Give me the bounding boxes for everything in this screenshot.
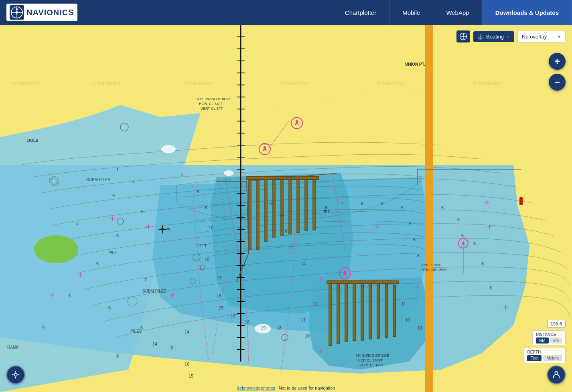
nav-chartplotter[interactable]: Chartplotter <box>332 0 389 25</box>
km-button[interactable]: km <box>550 337 562 344</box>
layer-chevron: ▼ <box>506 34 510 39</box>
svg-text:VERT CL 13FT: VERT CL 13FT <box>359 363 384 367</box>
svg-rect-11 <box>265 177 267 241</box>
map-container[interactable]: 1 4 6 6 4 6 5 7 3 6 6 14 8 2 8 8 10 17FT… <box>0 25 572 392</box>
svg-text:6: 6 <box>361 201 363 206</box>
svg-text:8: 8 <box>489 285 492 290</box>
svg-text:UNION PT.: UNION PT. <box>405 62 425 67</box>
svg-text:9: 9 <box>281 213 283 218</box>
svg-rect-20 <box>329 281 331 346</box>
svg-text:4: 4 <box>76 221 79 226</box>
map-svg: 1 4 6 6 4 6 5 7 3 6 6 14 8 2 8 8 10 17FT… <box>0 25 572 392</box>
svg-text:PA: PA <box>165 227 170 232</box>
distance-title: DISTANCE <box>536 332 562 337</box>
svg-text:6: 6 <box>381 201 383 206</box>
svg-text:16: 16 <box>185 362 189 366</box>
svg-rect-170 <box>519 197 523 205</box>
navbar: NAVIONICS Chartplotter Mobile WebApp Dow… <box>0 0 572 25</box>
svg-text:10: 10 <box>305 333 310 338</box>
svg-text:18: 18 <box>277 325 282 330</box>
svg-text:5: 5 <box>409 221 412 226</box>
svg-text:CABLE AND: CABLE AND <box>421 263 442 267</box>
svg-text:9: 9 <box>285 229 287 234</box>
svg-point-66 <box>264 146 266 149</box>
svg-text:8: 8 <box>205 205 207 210</box>
layer-selector[interactable]: ⚓ Boating ▼ <box>473 31 514 42</box>
svg-rect-60 <box>425 25 432 392</box>
meters-button[interactable]: Meters <box>543 355 562 361</box>
svg-rect-13 <box>281 177 283 235</box>
map-brand-icon <box>456 30 470 42</box>
svg-point-63 <box>224 170 233 176</box>
svg-text:VERT CL 5FT: VERT CL 5FT <box>201 107 223 111</box>
logo-box[interactable]: NAVIONICS <box>6 4 77 21</box>
svg-rect-21 <box>337 281 339 344</box>
svg-text:14: 14 <box>301 261 306 266</box>
svg-text:PILE: PILE <box>108 251 117 255</box>
svg-text:8: 8 <box>170 346 173 350</box>
svg-text:10: 10 <box>209 225 213 230</box>
navionics-logo-icon <box>10 5 24 20</box>
svg-rect-25 <box>369 283 371 339</box>
svg-rect-17 <box>313 179 315 230</box>
svg-text:13: 13 <box>217 275 221 280</box>
svg-text:SUBM PILES: SUBM PILES <box>86 178 110 182</box>
svg-rect-24 <box>361 282 363 340</box>
svg-point-61 <box>34 235 78 263</box>
svg-text:19: 19 <box>261 325 266 330</box>
svg-point-206 <box>555 372 558 374</box>
location-button[interactable] <box>6 366 25 384</box>
overlay-label: No overlay <box>522 34 547 40</box>
svg-text:17FT: 17FT <box>197 243 207 248</box>
svg-point-201 <box>14 373 17 376</box>
svg-text:6: 6 <box>116 233 119 238</box>
svg-text:+: + <box>127 297 129 301</box>
depth-title: DEPTH <box>527 350 562 354</box>
svg-rect-10 <box>257 177 259 249</box>
svg-rect-23 <box>353 281 355 341</box>
scale-bar: 198 ft <box>547 320 566 328</box>
nav-downloads[interactable]: Downloads & Updates <box>483 0 572 25</box>
svg-rect-22 <box>345 281 347 341</box>
nav-webapp[interactable]: WebApp <box>433 0 482 25</box>
svg-text:8: 8 <box>417 253 420 258</box>
person-button[interactable] <box>547 366 566 384</box>
svg-text:8: 8 <box>481 261 484 266</box>
nm-button[interactable]: NM <box>536 337 549 344</box>
svg-text:6: 6 <box>108 305 111 310</box>
svg-rect-26 <box>377 284 379 338</box>
svg-text:8: 8 <box>197 189 199 194</box>
svg-text:SUBM PILES: SUBM PILES <box>142 289 166 293</box>
svg-text:6: 6 <box>413 237 416 242</box>
svg-rect-15 <box>297 179 299 233</box>
bottom-right-controls: 198 ft DISTANCE NM km DEPTH Feet Meters <box>523 320 566 384</box>
nav-mobile[interactable]: Mobile <box>389 0 433 25</box>
svg-point-5 <box>16 11 18 14</box>
svg-text:12: 12 <box>289 245 294 250</box>
logo-text: NAVIONICS <box>26 8 74 17</box>
svg-text:8: 8 <box>116 354 119 358</box>
svg-text:5: 5 <box>401 205 404 210</box>
overlay-selector[interactable]: No overlay ▼ <box>517 31 566 42</box>
svg-rect-14 <box>289 178 291 234</box>
zoom-out-button[interactable]: − <box>549 74 566 91</box>
svg-text:10: 10 <box>405 317 410 322</box>
svg-text:HOR. CL 64FT: HOR. CL 64FT <box>199 102 223 106</box>
svg-point-68 <box>296 120 298 123</box>
svg-text:6: 6 <box>441 205 444 210</box>
svg-rect-27 <box>385 285 387 337</box>
distance-toggle-row: NM km <box>536 337 562 344</box>
map-footer: Acknowledgements | Not to be used for na… <box>0 386 572 390</box>
svg-text:16: 16 <box>231 313 235 318</box>
acknowledgements-link[interactable]: Acknowledgements <box>237 386 275 390</box>
feet-button[interactable]: Feet <box>527 355 542 361</box>
overlay-chevron: ▼ <box>557 34 561 39</box>
zoom-in-button[interactable]: + <box>549 53 566 70</box>
scale-unit: ft <box>560 321 562 326</box>
svg-text:14: 14 <box>152 341 157 346</box>
svg-text:7FT: 7FT <box>323 210 330 214</box>
nav-links: Chartplotter Mobile WebApp Downloads & U… <box>88 0 572 25</box>
svg-text:DOLS: DOLS <box>27 138 39 143</box>
footer-note: | Not to be used for navigation <box>275 386 335 390</box>
svg-text:3: 3 <box>68 293 71 298</box>
